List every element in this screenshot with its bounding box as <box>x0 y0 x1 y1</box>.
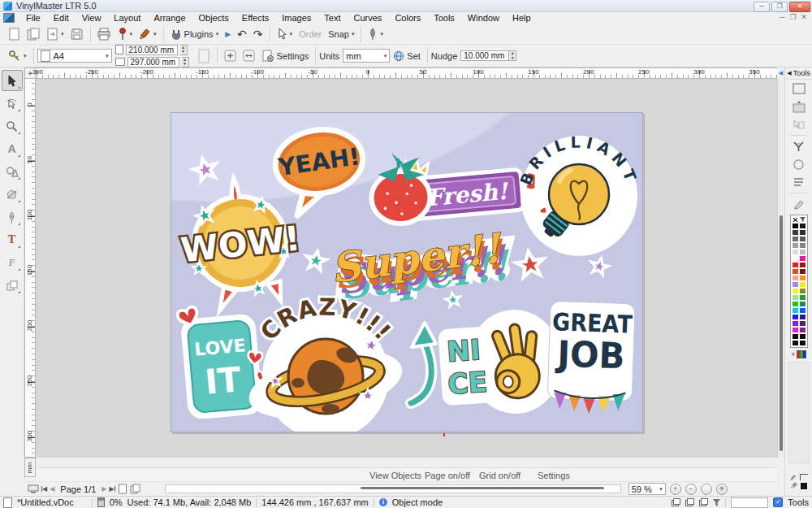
color-swatch[interactable] <box>799 281 806 288</box>
menu-effects[interactable]: Effects <box>235 13 275 23</box>
sticker-great-job[interactable]: GREAT JOB <box>547 301 636 415</box>
order-button[interactable]: Order <box>296 25 325 43</box>
fill-none-button[interactable] <box>789 80 809 98</box>
layers-icon-2[interactable] <box>685 498 694 506</box>
zoom-out-button[interactable]: − <box>685 484 697 495</box>
restore-button[interactable]: ❐ <box>771 2 788 12</box>
blank-page-button[interactable] <box>194 47 214 65</box>
doc-minimize-button[interactable]: ─ <box>780 13 784 22</box>
nudge-field[interactable]: 10.000 mm <box>460 50 509 61</box>
settings-link[interactable]: Settings <box>538 471 570 480</box>
arrow-sticker[interactable] <box>411 323 436 403</box>
zoom-fit-button[interactable] <box>701 484 712 495</box>
menu-objects[interactable]: Objects <box>192 13 235 23</box>
tools-panel-header[interactable]: ◀ Tools <box>785 67 812 80</box>
color-swatch[interactable] <box>799 268 806 275</box>
layers-icon-1[interactable] <box>672 498 680 506</box>
width-spinner[interactable]: ▲▼ <box>180 45 188 55</box>
palette-filter-icon[interactable] <box>799 216 806 223</box>
menu-view[interactable]: View <box>76 13 108 23</box>
color-swatch[interactable] <box>792 223 799 229</box>
color-swatch[interactable] <box>799 255 806 262</box>
zoom-in-button[interactable]: + <box>670 484 681 495</box>
zoom-page-button[interactable]: ✳ <box>716 484 728 495</box>
sticker-super[interactable]: Super!! Super!! Super!! Super!! Super!! <box>328 223 514 310</box>
fill-color-button[interactable] <box>789 98 809 115</box>
color-swatch[interactable] <box>799 301 806 307</box>
preview-monitor-icon[interactable] <box>28 484 39 493</box>
menu-layout[interactable]: Layout <box>107 13 147 23</box>
color-swatch[interactable] <box>799 288 806 294</box>
color-swatch[interactable] <box>799 275 806 281</box>
vertical-ruler[interactable]: 050100150200250300 <box>24 79 36 458</box>
prev-page-button[interactable]: ◀ <box>50 485 54 493</box>
canvas[interactable]: YEAH! WOW! <box>36 79 777 458</box>
first-page-button[interactable]: ◀ <box>41 485 47 493</box>
plugins-button[interactable]: Plugins▾ <box>167 25 222 43</box>
menu-tools[interactable]: Tools <box>427 13 461 23</box>
color-swatch[interactable] <box>792 301 799 307</box>
stroke-none-indicator[interactable] <box>800 474 808 480</box>
color-swatch[interactable] <box>792 320 799 327</box>
close-button[interactable]: ✕ <box>789 2 810 12</box>
fill-color-indicator[interactable] <box>801 483 807 489</box>
nudge-spinner[interactable]: ▲▼ <box>509 50 516 61</box>
color-swatch[interactable] <box>792 275 799 281</box>
system-menu-icon[interactable] <box>3 13 15 23</box>
tool-text[interactable]: A <box>2 138 23 159</box>
page-height-field[interactable]: 297.000 mm <box>127 57 179 67</box>
sticker-crazy[interactable]: CRAZY!!! <box>243 293 408 432</box>
ruler-unit-button[interactable]: mm <box>24 458 36 477</box>
add-page-button[interactable] <box>221 47 240 65</box>
tools-checkbox[interactable]: ✓ <box>773 497 783 507</box>
menu-arrange[interactable]: Arrange <box>147 13 192 23</box>
color-swatch[interactable] <box>792 281 799 288</box>
color-swatch[interactable] <box>792 249 799 255</box>
tool-shapes[interactable] <box>2 161 23 182</box>
next-page-button[interactable]: ▶ <box>102 485 106 493</box>
filter-icon[interactable] <box>713 499 720 506</box>
page-width-field[interactable]: 210.000 mm <box>126 45 178 55</box>
color-swatch[interactable] <box>799 320 806 327</box>
menu-file[interactable]: File <box>19 13 47 23</box>
color-swatch[interactable] <box>799 340 806 346</box>
tool-stylize-text[interactable]: T <box>2 229 23 250</box>
eraser-pen-button[interactable] <box>789 195 809 213</box>
page-preset-select[interactable]: A4 ▾ <box>37 49 112 63</box>
sticker-nice[interactable]: NI CE <box>437 306 566 419</box>
zoom-level-select[interactable]: 59 % ▾ <box>628 483 666 495</box>
undo-button[interactable]: ↶ <box>234 25 250 43</box>
tool-text-effects[interactable]: F <box>2 252 23 273</box>
color-swatch[interactable] <box>792 262 799 268</box>
set-units-button[interactable]: Set <box>390 47 424 65</box>
last-page-button[interactable]: ▶ <box>110 485 115 493</box>
page-tools-button[interactable]: ▾ <box>5 47 30 65</box>
document-page[interactable]: YEAH! WOW! <box>171 112 643 432</box>
redo-button[interactable]: ↷ <box>250 25 266 43</box>
sticker-yeah[interactable]: YEAH! <box>271 124 369 218</box>
sticker-brilliant[interactable]: BRILLIANT <box>516 132 641 256</box>
units-select[interactable]: mm ▾ <box>343 49 390 63</box>
color-swatch[interactable] <box>799 249 806 255</box>
doc-close-button[interactable]: ✕ <box>801 13 807 22</box>
add-palette-button[interactable]: + <box>791 350 806 358</box>
copy-page-icon[interactable] <box>130 484 141 494</box>
horizontal-scrollbar[interactable] <box>165 484 621 493</box>
save-button[interactable] <box>67 25 87 43</box>
doc-restore-button[interactable]: ❐ <box>789 13 796 22</box>
tool-duplicate[interactable] <box>2 275 23 296</box>
color-swatch[interactable] <box>799 236 806 242</box>
pin-button[interactable]: ▾ <box>114 25 136 43</box>
tool-shape-cut[interactable] <box>2 184 23 205</box>
collapse-panel-button[interactable]: ◀ <box>777 67 784 79</box>
color-swatch[interactable] <box>792 236 799 242</box>
color-swatch[interactable] <box>792 242 799 249</box>
sticker-fresh[interactable]: Fresh! <box>369 150 524 226</box>
view-objects-link[interactable]: View Objects <box>369 471 421 480</box>
new-document-button[interactable] <box>5 25 24 43</box>
circle-tool-button[interactable] <box>789 155 809 173</box>
color-swatch[interactable] <box>792 268 799 275</box>
color-swatch[interactable] <box>799 314 806 320</box>
paint-button[interactable]: ▾ <box>136 25 160 43</box>
horizontal-scrollbar-thumb[interactable] <box>361 487 604 489</box>
